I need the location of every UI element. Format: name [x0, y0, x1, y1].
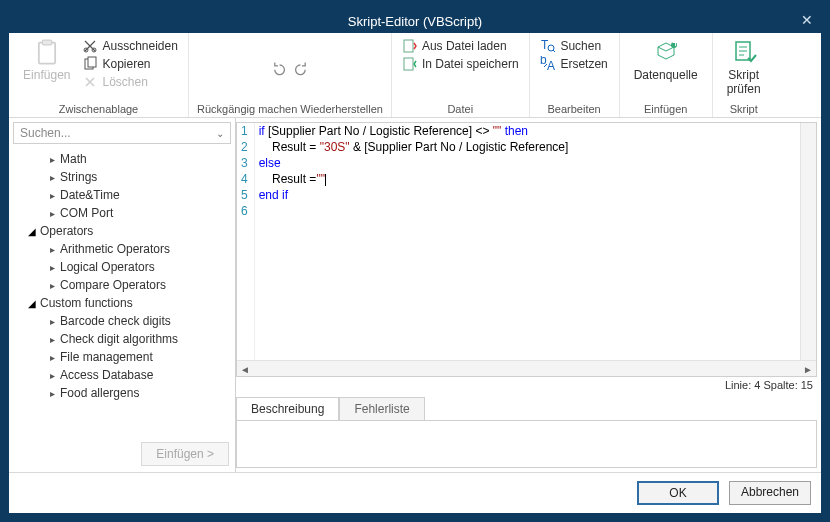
search-input[interactable]: Suchen... ⌄ — [13, 122, 231, 144]
tree-item-logical[interactable]: ▸Logical Operators — [9, 258, 235, 276]
ribbon-caption-script: Skript — [730, 101, 758, 115]
check-script-button[interactable]: Skriptprüfen — [721, 37, 767, 99]
paste-icon — [33, 39, 61, 67]
tree-item-operators[interactable]: ◢Operators — [9, 222, 235, 240]
code-text[interactable]: if [Supplier Part No / Logistic Referenc… — [255, 123, 800, 360]
editor-pane: 123456 if [Supplier Part No / Logistic R… — [236, 118, 821, 472]
datasource-button[interactable]: + Datenquelle — [628, 37, 704, 85]
function-tree-pane: Suchen... ⌄ ▸Math ▸Strings ▸Date&Time ▸C… — [9, 118, 236, 472]
save-to-file-button[interactable]: In Datei speichern — [400, 55, 521, 73]
tree-item-checkdigit[interactable]: ▸Check digit algorithms — [9, 330, 235, 348]
tree-item-comport[interactable]: ▸COM Port — [9, 204, 235, 222]
load-from-file-button[interactable]: Aus Datei laden — [400, 37, 521, 55]
scroll-right-icon[interactable]: ► — [800, 361, 816, 377]
file-save-icon — [402, 56, 418, 72]
replace-icon: bA — [540, 56, 556, 72]
replace-button[interactable]: bA Ersetzen — [538, 55, 609, 73]
tab-errorlist[interactable]: Fehlerliste — [339, 397, 424, 420]
tree-item-arith[interactable]: ▸Arithmetic Operators — [9, 240, 235, 258]
ribbon-group-clipboard: Einfügen Ausschneiden Kopieren Löschen — [9, 33, 189, 117]
code-editor: 123456 if [Supplier Part No / Logistic R… — [236, 122, 817, 377]
titlebar: Skript-Editor (VBScript) ✕ — [9, 9, 821, 33]
ribbon-caption-file: Datei — [447, 101, 473, 115]
ribbon: Einfügen Ausschneiden Kopieren Löschen — [9, 33, 821, 118]
tree-item-allergens[interactable]: ▸Food allergens — [9, 384, 235, 402]
tree-item-datetime[interactable]: ▸Date&Time — [9, 186, 235, 204]
tree-item-math[interactable]: ▸Math — [9, 150, 235, 168]
tree-item-strings[interactable]: ▸Strings — [9, 168, 235, 186]
paste-button[interactable]: Einfügen — [17, 37, 76, 85]
scroll-left-icon[interactable]: ◄ — [237, 361, 253, 377]
bottom-tabs: Beschreibung Fehlerliste — [236, 397, 817, 420]
copy-icon — [82, 56, 98, 72]
close-icon[interactable]: ✕ — [801, 12, 813, 28]
tree-item-barcode[interactable]: ▸Barcode check digits — [9, 312, 235, 330]
cursor-position-status: Linie: 4 Spalte: 15 — [236, 377, 821, 393]
svg-text:A: A — [547, 59, 555, 72]
dialog-footer: OK Abbrechen — [9, 472, 821, 513]
insert-function-button[interactable]: Einfügen > — [141, 442, 229, 466]
svg-rect-7 — [404, 58, 413, 70]
file-load-icon — [402, 38, 418, 54]
search-text-icon: T — [540, 38, 556, 54]
ribbon-group-script: Skriptprüfen Skript — [713, 33, 775, 117]
line-gutter: 123456 — [237, 123, 255, 360]
ok-button[interactable]: OK — [637, 481, 719, 505]
tab-description[interactable]: Beschreibung — [236, 397, 339, 420]
copy-button[interactable]: Kopieren — [80, 55, 179, 73]
svg-rect-0 — [39, 43, 55, 64]
tree-item-compare[interactable]: ▸Compare Operators — [9, 276, 235, 294]
delete-button[interactable]: Löschen — [80, 73, 179, 91]
horizontal-scrollbar[interactable]: ◄ ► — [237, 360, 816, 376]
scissors-icon — [82, 38, 98, 54]
ribbon-caption-undo: Rückgängig machen Wiederherstellen — [197, 101, 383, 115]
svg-rect-6 — [404, 40, 413, 52]
svg-text:+: + — [672, 39, 679, 50]
description-panel — [236, 420, 817, 468]
chevron-down-icon[interactable]: ⌄ — [216, 128, 224, 139]
ribbon-group-undo: Rückgängig machen Wiederherstellen — [189, 33, 392, 117]
content-area: Suchen... ⌄ ▸Math ▸Strings ▸Date&Time ▸C… — [9, 118, 821, 472]
svg-text:T: T — [541, 38, 549, 52]
undo-icon[interactable] — [268, 59, 288, 79]
ribbon-group-file: Aus Datei laden In Datei speichern Datei — [392, 33, 530, 117]
tree-item-custom[interactable]: ◢Custom functions — [9, 294, 235, 312]
cancel-button[interactable]: Abbrechen — [729, 481, 811, 505]
cut-button[interactable]: Ausschneiden — [80, 37, 179, 55]
function-tree[interactable]: ▸Math ▸Strings ▸Date&Time ▸COM Port ◢Ope… — [9, 148, 235, 436]
ribbon-group-edit: T Suchen bA Ersetzen Bearbeiten — [530, 33, 620, 117]
ribbon-caption-clipboard: Zwischenablage — [59, 101, 139, 115]
redo-icon[interactable] — [292, 59, 312, 79]
ribbon-caption-edit: Bearbeiten — [548, 101, 601, 115]
search-button[interactable]: T Suchen — [538, 37, 609, 55]
delete-icon — [82, 74, 98, 90]
ribbon-caption-insert: Einfügen — [644, 101, 687, 115]
svg-rect-5 — [88, 57, 96, 67]
ribbon-group-insert: + Datenquelle Einfügen — [620, 33, 713, 117]
text-caret — [325, 174, 326, 186]
window-title: Skript-Editor (VBScript) — [348, 14, 482, 29]
datasource-icon: + — [652, 39, 680, 67]
check-script-icon — [730, 39, 758, 67]
search-placeholder: Suchen... — [20, 126, 71, 140]
script-editor-window: Skript-Editor (VBScript) ✕ Einfügen Auss… — [8, 8, 822, 514]
tree-item-filemgmt[interactable]: ▸File management — [9, 348, 235, 366]
vertical-scrollbar[interactable] — [800, 123, 816, 360]
tree-item-access[interactable]: ▸Access Database — [9, 366, 235, 384]
svg-rect-1 — [42, 40, 51, 45]
